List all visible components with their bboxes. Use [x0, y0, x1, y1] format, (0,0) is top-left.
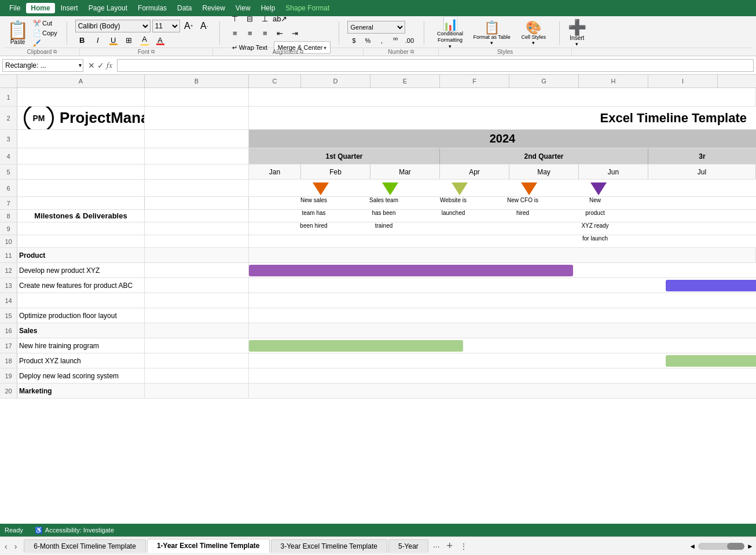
increase-indent-button[interactable]: ⇥ — [288, 27, 302, 39]
paste-button[interactable]: 📋 Paste — [5, 20, 31, 46]
insert-function-icon[interactable]: 𝑓𝑥 — [107, 60, 112, 70]
cell-3b[interactable] — [145, 130, 249, 148]
tab-3year[interactable]: 3-Year Excel Timeline Template — [271, 539, 387, 553]
font-shrink-button[interactable]: A- — [197, 20, 211, 32]
bold-button[interactable]: B — [75, 34, 89, 47]
formula-input[interactable] — [117, 59, 754, 72]
col-header-i[interactable]: I — [648, 75, 718, 87]
cell-19-timeline[interactable] — [249, 368, 756, 383]
font-size-select[interactable]: 11 — [152, 20, 180, 32]
increase-decimal-button[interactable]: .00 — [403, 35, 416, 46]
menu-formulas[interactable]: Formulas — [133, 3, 171, 13]
horizontal-scroll[interactable]: ◄ ► — [689, 542, 754, 550]
format-as-table-button[interactable]: 📋 Format as Table ▾ — [471, 19, 512, 48]
comma-button[interactable]: , — [375, 35, 388, 46]
menu-data[interactable]: Data — [173, 3, 196, 13]
copy-button[interactable]: 📄 Copy — [32, 29, 58, 38]
cell-15-timeline[interactable] — [249, 308, 756, 323]
insert-dropdown[interactable]: ▾ — [575, 41, 578, 47]
cell-18a[interactable]: Product XYZ launch — [17, 353, 145, 368]
cell-1b[interactable] — [145, 88, 249, 106]
font-name-select[interactable]: Calibri (Body) — [75, 20, 151, 32]
format-table-dropdown[interactable]: ▾ — [490, 40, 493, 46]
cell-10b[interactable] — [145, 235, 249, 247]
cell-1-timeline[interactable] — [249, 88, 756, 106]
cell-13a[interactable]: Create new features for product ABC — [17, 278, 145, 293]
scroll-right-button[interactable]: ► — [747, 542, 754, 550]
cell-16b[interactable] — [145, 323, 249, 338]
cell-reference-box[interactable]: Rectangle: ... ▾ — [2, 59, 83, 72]
col-header-b[interactable]: B — [145, 75, 249, 87]
cell-9a[interactable] — [17, 222, 145, 235]
cell-styles-button[interactable]: 🎨 Cell Styles ▾ — [516, 19, 551, 48]
menu-insert[interactable]: Insert — [56, 3, 83, 13]
cell-9b[interactable] — [145, 222, 249, 235]
cell-4b[interactable] — [145, 148, 249, 164]
insert-button[interactable]: ➕ Insert ▾ — [564, 20, 590, 47]
tab-1year[interactable]: 1-Year Excel Timeline Template — [147, 539, 270, 553]
format-painter-button[interactable]: 🖌️ — [32, 39, 58, 48]
menu-home[interactable]: Home — [26, 3, 54, 13]
cell-19a[interactable]: Deploy new lead scoring system — [17, 368, 145, 383]
cell-18b[interactable] — [145, 353, 249, 368]
col-header-c[interactable]: C — [249, 75, 301, 87]
number-group-label[interactable]: Number ⧉ — [364, 48, 439, 56]
cell-5b[interactable] — [145, 165, 249, 179]
cell-7a[interactable] — [17, 197, 145, 209]
cell-5a[interactable] — [17, 165, 145, 179]
cell-16a[interactable]: Sales — [17, 323, 145, 338]
add-sheet-button[interactable]: + — [443, 539, 457, 553]
tab-next-button[interactable]: › — [12, 541, 20, 552]
cell-8a[interactable]: Milestones & Deliverables — [17, 210, 145, 222]
decrease-decimal-button[interactable]: ⁰⁰ — [389, 35, 402, 46]
cell-12a[interactable]: Develop new product XYZ — [17, 263, 145, 278]
italic-button[interactable]: I — [91, 34, 105, 47]
font-grow-button[interactable]: A+ — [182, 20, 196, 32]
tab-options-button[interactable]: ⋮ — [456, 541, 471, 552]
scrollbar-track[interactable] — [698, 543, 744, 550]
cell-17b[interactable] — [145, 338, 249, 353]
decrease-indent-button[interactable]: ⇤ — [273, 27, 287, 39]
cell-7b[interactable] — [145, 197, 249, 209]
border-button[interactable]: ⊞ — [122, 34, 136, 47]
cell-6b[interactable] — [145, 180, 249, 196]
cell-6a[interactable] — [17, 180, 145, 196]
align-bottom-button[interactable]: ⊥ — [258, 12, 272, 25]
cell-15b[interactable] — [145, 308, 249, 323]
cell-19b[interactable] — [145, 368, 249, 383]
fill-color-button[interactable]: A — [138, 34, 152, 47]
number-format-select[interactable]: General — [347, 21, 405, 34]
cell-12b[interactable] — [145, 263, 249, 278]
col-header-a[interactable]: A — [17, 75, 145, 87]
col-header-e[interactable]: E — [370, 75, 440, 87]
align-right-button[interactable]: ≡ — [258, 27, 272, 39]
cell-14a[interactable] — [17, 293, 145, 308]
alignment-group-label[interactable]: Alignment ⧉ — [213, 48, 364, 56]
menu-file[interactable]: File — [5, 3, 25, 13]
menu-page-layout[interactable]: Page Layout — [84, 3, 132, 13]
align-middle-button[interactable]: ⊟ — [243, 12, 257, 25]
cell-8b[interactable] — [145, 210, 249, 222]
col-header-d[interactable]: D — [301, 75, 370, 87]
cell-13b[interactable] — [145, 278, 249, 293]
font-color-button[interactable]: A — [153, 34, 167, 47]
cell-2a[interactable]: PM ProjectManager — [17, 107, 145, 129]
cell-1a[interactable] — [17, 88, 145, 106]
tab-6month[interactable]: 6-Month Excel Timeline Template — [24, 539, 146, 553]
text-angle-button[interactable]: ab↗ — [273, 12, 287, 25]
cell-14b[interactable] — [145, 293, 249, 308]
scroll-left-button[interactable]: ◄ — [689, 542, 696, 550]
cell-11-timeline[interactable] — [249, 248, 756, 262]
percent-button[interactable]: % — [361, 35, 374, 46]
cell-styles-dropdown[interactable]: ▾ — [532, 40, 535, 46]
cell-3a[interactable] — [17, 130, 145, 148]
currency-button[interactable]: $ — [347, 35, 360, 46]
cell-4a[interactable] — [17, 148, 145, 164]
tab-prev-button[interactable]: ‹ — [2, 541, 10, 552]
cell-11a[interactable]: Product — [17, 248, 145, 262]
cell-15a[interactable]: Optimize production floor layout — [17, 308, 145, 323]
underline-button[interactable]: U — [107, 34, 120, 47]
cell-2b[interactable] — [145, 107, 249, 129]
cut-button[interactable]: ✂️ Cut — [32, 19, 58, 28]
cell-16-timeline[interactable] — [249, 323, 756, 338]
